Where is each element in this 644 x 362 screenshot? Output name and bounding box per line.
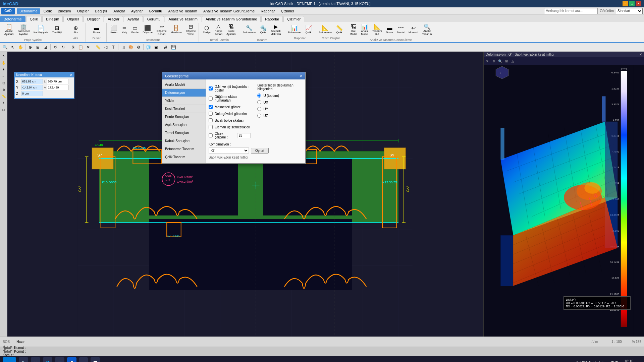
tool-zoom-all[interactable]: 🔍 [1, 44, 9, 51]
kombinasyon-select[interactable]: G' [209, 147, 249, 154]
ribbon-btn-iskele[interactable]: 🏗 İskeleAyarları [225, 23, 237, 37]
left-tool-rect[interactable]: □ [1, 107, 7, 113]
tool-ortho[interactable]: ⊿ [42, 44, 49, 51]
left-tool-pan[interactable]: ✋ [1, 60, 7, 66]
taskbar-stats[interactable]: 📊 [91, 357, 100, 362]
left-tool-zoom-in[interactable]: + [1, 66, 7, 72]
dialog-nav-kesit[interactable]: Kesit Tesirleri [162, 105, 206, 113]
systray-weather[interactable]: 🌤 17°C Çok bulutlu [574, 360, 607, 362]
coord-x-input[interactable] [21, 79, 43, 84]
ribbon-btn-secmeli[interactable]: ▶ SeçmeliMakrosu [269, 23, 283, 37]
coord-y-input[interactable] [21, 85, 43, 90]
tool-grid[interactable]: ⊞ [34, 44, 42, 51]
radio-uy[interactable] [257, 107, 261, 111]
tab-araclar[interactable]: Araçlar [104, 16, 123, 22]
tab-analiz-tasarim[interactable]: Analiz ve Tasarım [165, 16, 201, 22]
ribbon-btn-moment[interactable]: ↩ Moment [407, 24, 420, 35]
taskbar-chat[interactable]: 💬 [67, 357, 76, 362]
tab-degistir[interactable]: Değiştir [84, 16, 103, 22]
ribbon-btn-celik-t[interactable]: 🔩 Çelik [258, 24, 268, 35]
menu-analiz-tasarim[interactable]: Analiz ve Tasarım [165, 8, 200, 14]
dialog-nav-yukler[interactable]: Yükler [162, 97, 206, 105]
dialog-nav-kabuk[interactable]: Kabuk Sonuçları [162, 137, 206, 145]
dialog-nav-deformasyon[interactable]: Deformasyon [162, 89, 206, 97]
ribbon-btn-kat-kopyala[interactable]: 📄 Kat Kopyala [32, 24, 50, 35]
rp-close-icon[interactable]: ✕ [639, 53, 642, 56]
dialog-nav-betonarme-t[interactable]: Betonarme Tasarım [162, 145, 206, 153]
ribbon-btn-doseme-kenari[interactable]: ▱ DöşemeKenarı [155, 23, 168, 37]
tool-properties[interactable]: ⚙ [135, 44, 142, 51]
coord-box-close[interactable]: ✕ [70, 73, 72, 77]
tool-dimension[interactable]: ◁ [102, 44, 109, 51]
left-tool-select[interactable]: ↖ [1, 53, 7, 59]
ribbon-btn-doseme-temel[interactable]: ⊟ DöşemeTemel [184, 23, 198, 37]
tool-paste[interactable]: 📋 [77, 44, 84, 51]
dialog-close-btn[interactable]: ✕ [300, 74, 303, 78]
tab-betonarme[interactable]: Betonarme [0, 16, 25, 22]
menu-araclar[interactable]: Araçlar [111, 8, 128, 14]
ribbon-btn-radye-kenari[interactable]: △ RadyeKenarı [213, 23, 224, 37]
tab-celik[interactable]: Çelik [26, 16, 42, 22]
dialog-nav-analiz[interactable]: Analiz Modeli [162, 81, 206, 89]
tool-undo[interactable]: ↺ [52, 44, 59, 51]
ribbon-btn-yan-rijit[interactable]: ⊞ Yan Rijit [50, 24, 63, 35]
tool-select[interactable]: ↖ [9, 44, 16, 51]
tab-raporlar[interactable]: Raporlar [261, 16, 283, 22]
view-dropdown[interactable]: Standart [616, 8, 643, 14]
tab-analiz-goruntuleme[interactable]: Analiz ve Tasarım Görüntüleme [202, 16, 261, 22]
ribbon-btn-kolon[interactable]: ⬜ Kolon [109, 24, 119, 35]
tool-color[interactable]: 🎨 [127, 44, 135, 51]
tab-goruntu[interactable]: Görüntü [144, 16, 164, 22]
minimize-button[interactable]: − [623, 1, 628, 6]
tool-save[interactable]: 💾 [170, 44, 177, 51]
left-tool-zoom-out[interactable]: − [1, 73, 7, 79]
menu-birlesim[interactable]: Birleşim [55, 8, 73, 14]
taskbar-browser[interactable]: 🌐 [43, 357, 52, 362]
ribbon-btn-modal[interactable]: 〰 Modal [395, 24, 406, 35]
olcek-input[interactable] [237, 133, 251, 138]
ribbon-btn-merdiven[interactable]: 🪜 Merdiven [169, 24, 183, 35]
menu-degistir[interactable]: Değiştir [92, 8, 110, 14]
checkbox-dn-rijit[interactable] [209, 86, 213, 90]
ribbon-btn-kat-genel[interactable]: 🏢 Kat GenelAyarları [16, 23, 31, 37]
checkbox-dugum[interactable] [209, 97, 213, 101]
tool-text[interactable]: T [110, 44, 117, 51]
checkbox-mesnet[interactable] [209, 105, 213, 109]
ribbon-btn-analiz[interactable]: 📋 AnalizAyarları [3, 23, 15, 37]
rp-tool-3[interactable]: 🔍 [497, 58, 503, 64]
tool-delete[interactable]: ✕ [85, 44, 92, 51]
taskbar-files[interactable]: 🗂 [79, 357, 88, 362]
ribbon-btn-analiz-v[interactable]: 🔍 AnalizTasarım [421, 23, 433, 37]
radio-uz[interactable] [257, 114, 261, 118]
search-input[interactable] [544, 8, 598, 14]
dialog-nav-asik[interactable]: Aşık Sonuçları [162, 121, 206, 129]
rp-tool-2[interactable]: ⊕ [491, 58, 497, 64]
checkbox-eleman[interactable] [209, 125, 213, 129]
menu-ayarlar[interactable]: Ayarlar [128, 8, 146, 14]
tab-birlesim[interactable]: Birleşim [42, 16, 63, 22]
ribbon-btn-tasarim-33[interactable]: 📐 Tasarım3-3 [371, 23, 383, 37]
checkbox-olcek[interactable] [209, 133, 213, 137]
taskbar-search[interactable]: 🔍 [19, 357, 28, 362]
tool-snap[interactable]: ⊕ [26, 44, 34, 51]
oynat-button[interactable]: Oynat [251, 148, 269, 154]
menu-analiz-goruntuleme[interactable]: Analiz ve Tasarım Görüntüleme [201, 8, 257, 14]
canvas-area[interactable]: S7 S9 [7, 52, 483, 337]
tool-render[interactable]: ▣ [152, 44, 160, 51]
close-button[interactable]: ✕ [636, 1, 641, 6]
ribbon-btn-aks[interactable]: ⊕ Aks [71, 24, 80, 35]
checkbox-dolu[interactable] [209, 112, 213, 116]
menu-objeler[interactable]: Objeler [74, 8, 91, 14]
left-tool-snap[interactable]: ⊕ [1, 86, 7, 93]
menu-cizimler[interactable]: Çizimler [278, 8, 297, 14]
ribbon-btn-duvar-v[interactable]: ▬ Duvar [384, 24, 395, 35]
checkbox-sicak[interactable] [209, 118, 213, 122]
left-tool-line[interactable]: / [1, 100, 7, 106]
tool-hand[interactable]: ✋ [17, 44, 24, 51]
ribbon-btn-kiris[interactable]: ━ Kiriş [120, 24, 129, 35]
start-button[interactable]: ⊞ [3, 357, 16, 362]
tab-objeler[interactable]: Objeler [63, 16, 83, 22]
tab-cizimler[interactable]: Çizimler [283, 16, 304, 22]
taskbar-mail[interactable]: 📧 [55, 357, 64, 362]
left-tool-measure[interactable]: 📏 [1, 93, 7, 99]
